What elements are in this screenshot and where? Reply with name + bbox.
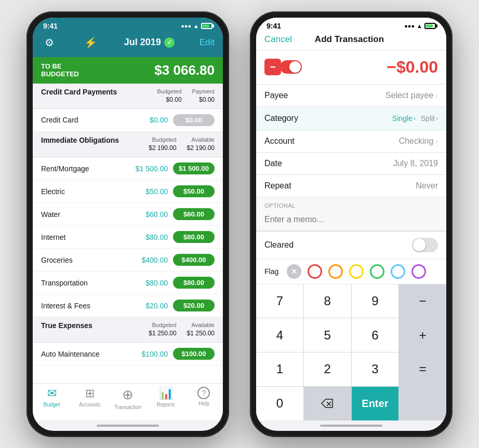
- edit-button[interactable]: Edit: [199, 37, 215, 48]
- row-name: Transportation: [41, 279, 88, 287]
- tab-help[interactable]: ? Help: [185, 387, 223, 410]
- table-row[interactable]: Credit Card $0.00 $0.00: [33, 109, 223, 132]
- tab-transaction-label: Transaction: [114, 404, 141, 410]
- row-amounts: $20.00 $20.00: [145, 300, 215, 311]
- key-3[interactable]: 3: [352, 352, 399, 386]
- budgeted-label-te: Budgeted: [149, 321, 176, 329]
- row-name: Auto Maintenance: [41, 350, 100, 358]
- flag-teal-button[interactable]: [391, 264, 405, 279]
- table-row[interactable]: Groceries $400.00 $400.00: [33, 249, 223, 271]
- key-plus[interactable]: +: [399, 318, 446, 352]
- available-label-imm: Available: [187, 136, 215, 144]
- memo-input[interactable]: [256, 211, 446, 231]
- row-available: $100.00: [173, 348, 215, 360]
- table-row[interactable]: Electric $50.00 $50.00: [33, 180, 223, 203]
- table-row[interactable]: Transportation $80.00 $80.00: [33, 271, 223, 294]
- key-2[interactable]: 2: [304, 352, 351, 386]
- group-title-immediate: Immediate Obligations: [41, 136, 119, 153]
- row-name: Internet: [41, 233, 65, 241]
- lightning-button[interactable]: ⚡: [83, 34, 99, 51]
- tab-budget[interactable]: ✉ Budget: [33, 387, 71, 410]
- date-row[interactable]: Date July 8, 2019: [256, 153, 446, 175]
- key-equals[interactable]: =: [399, 352, 446, 386]
- flag-purple-button[interactable]: [411, 264, 426, 279]
- flag-none-button[interactable]: ✕: [287, 264, 301, 279]
- row-budgeted: $60.00: [145, 210, 168, 219]
- key-0[interactable]: 0: [256, 387, 303, 420]
- key-7[interactable]: 7: [256, 284, 303, 318]
- tab-transaction[interactable]: ⊕ Transaction: [109, 387, 147, 410]
- minus-button[interactable]: −: [264, 59, 281, 75]
- chevron-right-icon: ›: [435, 91, 438, 100]
- tab-reports-label: Reports: [157, 402, 175, 408]
- key-6[interactable]: 6: [352, 318, 399, 352]
- budget-icon: ✉: [47, 387, 57, 400]
- home-indicator-right: [256, 420, 446, 431]
- row-amounts: $1 500.00 $1 500.00: [136, 162, 215, 174]
- group-payment-col: Payment $0.00: [192, 88, 215, 104]
- tab-accounts[interactable]: ⊞ Accounts: [71, 387, 109, 410]
- nav-title: Add Transaction: [315, 34, 384, 45]
- group-available-col-te: Available $1 250.00: [187, 321, 215, 338]
- budget-month[interactable]: Jul 2019 ✓: [124, 37, 175, 48]
- key-8[interactable]: 8: [304, 284, 351, 318]
- reports-icon: 📊: [159, 387, 173, 400]
- key-1[interactable]: 1: [256, 352, 303, 386]
- category-row[interactable]: Category Single › Split ‹: [256, 107, 446, 130]
- right-phone: 9:41 ●●● ▲ Cancel Add Transaction −: [250, 11, 453, 437]
- flag-orange-button[interactable]: [328, 264, 343, 279]
- row-name: Interest & Fees: [41, 302, 90, 310]
- repeat-row[interactable]: Repeat Never: [256, 175, 446, 197]
- key-9[interactable]: 9: [352, 284, 399, 318]
- table-row[interactable]: Internet $80.00 $80.00: [33, 226, 223, 249]
- tab-reports[interactable]: 📊 Reports: [147, 387, 185, 410]
- key-minus[interactable]: −: [399, 284, 446, 318]
- row-available: $400.00: [173, 254, 215, 266]
- row-name: Groceries: [41, 256, 73, 264]
- cleared-toggle[interactable]: [412, 238, 438, 252]
- wifi-icon: ▲: [193, 23, 199, 29]
- accounts-icon: ⊞: [85, 387, 95, 400]
- table-row[interactable]: Rent/Mortgage $1 500.00 $1 500.00: [33, 157, 223, 180]
- group-header-credit-card[interactable]: Credit Card Payments Budgeted $0.00 Paym…: [33, 84, 223, 109]
- payee-row[interactable]: Payee Select payee ›: [256, 85, 446, 107]
- tab-budget-label: Budget: [44, 402, 60, 408]
- account-row[interactable]: Account Checking ›: [256, 130, 446, 153]
- flag-yellow-button[interactable]: [349, 264, 364, 279]
- group-header-immediate[interactable]: Immediate Obligations Budgeted $2 190.00…: [33, 132, 223, 157]
- key-5[interactable]: 5: [304, 318, 351, 352]
- enter-button[interactable]: Enter: [352, 387, 399, 420]
- to-be-budgeted-bar[interactable]: TO BEBUDGETED $3 066.80: [33, 57, 223, 84]
- chevron-right-category-icon: ›: [414, 115, 416, 122]
- cancel-button[interactable]: Cancel: [264, 34, 292, 45]
- cleared-row: Cleared: [256, 231, 446, 259]
- gear-button[interactable]: ⚙: [41, 34, 58, 51]
- row-available: $20.00: [173, 300, 215, 311]
- amount-value: −$0.00: [387, 58, 438, 77]
- flag-green-button[interactable]: [370, 264, 384, 279]
- available-value-te: $1 250.00: [187, 329, 215, 338]
- date-label: Date: [264, 159, 282, 168]
- home-indicator: [33, 420, 223, 431]
- toggle-track[interactable]: [280, 60, 302, 74]
- available-label-te: Available: [187, 321, 215, 329]
- group-meta-immediate: Budgeted $2 190.00 Available $2 190.00: [149, 136, 215, 153]
- table-row[interactable]: Interest & Fees $20.00 $20.00: [33, 294, 223, 317]
- key-4[interactable]: 4: [256, 318, 303, 352]
- group-budgeted-col: Budgeted $0.00: [157, 88, 181, 104]
- table-row[interactable]: Auto Maintenance $100.00 $100.00: [33, 343, 223, 365]
- flag-red-button[interactable]: [308, 264, 322, 279]
- category-split[interactable]: Split ‹: [421, 114, 438, 123]
- category-single[interactable]: Single ›: [388, 113, 420, 124]
- group-header-true-expenses[interactable]: True Expenses Budgeted $1 250.00 Availab…: [33, 317, 223, 343]
- row-budgeted: $20.00: [145, 302, 168, 310]
- table-row[interactable]: Water $60.00 $60.00: [33, 203, 223, 226]
- row-budgeted: $50.00: [145, 187, 168, 196]
- cleared-label: Cleared: [264, 240, 294, 250]
- status-icons-right: ●●● ▲: [404, 23, 436, 29]
- payment-label: Payment: [192, 88, 215, 96]
- numpad: 7 8 9 − 4 5 6 + 1 2 3 = 0 Enter: [256, 284, 446, 420]
- sign-toggle[interactable]: −: [264, 59, 302, 75]
- backspace-button[interactable]: [304, 387, 351, 420]
- group-budgeted-col-te: Budgeted $1 250.00: [149, 321, 176, 338]
